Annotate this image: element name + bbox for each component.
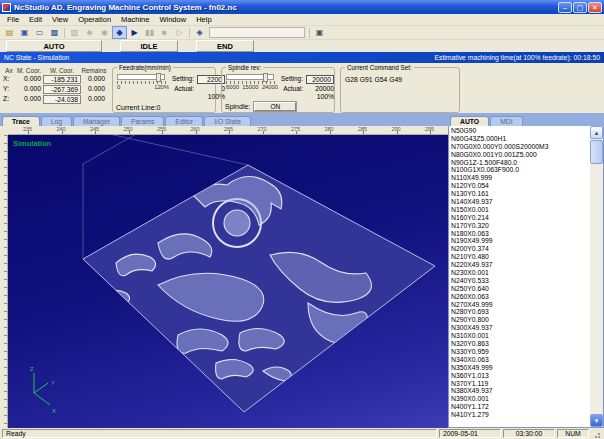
close-button[interactable]: ✕	[588, 2, 602, 13]
gcode-line[interactable]: N360Y1.013	[451, 372, 589, 380]
tab-log[interactable]: Log	[41, 116, 72, 126]
gcode-line[interactable]: N380X49.937	[451, 387, 589, 395]
tab-manager[interactable]: Manager	[73, 116, 120, 126]
nc-state-text: NC State - Simulation	[4, 54, 69, 61]
open-file-icon[interactable]: ▤	[2, 26, 17, 39]
axis-label: Y:	[3, 85, 15, 94]
gcode-line[interactable]: N320Y0.863	[451, 340, 589, 348]
feedrate-slider-thumb[interactable]	[156, 73, 161, 82]
preview-icon[interactable]: ▣	[17, 26, 32, 39]
gcode-line[interactable]: N390X0.001	[451, 395, 589, 403]
scroll-up-button[interactable]: ▲	[590, 126, 603, 139]
menu-item-edit[interactable]: Edit	[24, 15, 47, 24]
goto-breakpoint-icon[interactable]: ◈	[192, 26, 207, 39]
mode-button-idle[interactable]: IDLE	[120, 40, 178, 52]
gcode-line[interactable]: N300X49.937	[451, 324, 589, 332]
status-date: 2009-05-01	[439, 429, 501, 438]
gcode-line[interactable]: N250Y0.640	[451, 285, 589, 293]
cascade-windows-icon[interactable]: ▩	[47, 26, 62, 39]
gcode-line[interactable]: N190X49.999	[451, 237, 589, 245]
tab-auto[interactable]: AUTO	[450, 116, 489, 126]
gcode-line[interactable]: N240Y0.533	[451, 277, 589, 285]
gcode-line[interactable]: N150X0.001	[451, 206, 589, 214]
gcode-line[interactable]: N290Y0.800	[451, 316, 589, 324]
ruler-tick	[129, 131, 130, 134]
menu-item-window[interactable]: Window	[154, 15, 191, 24]
gcode-line[interactable]: N60G43Z5.000H1	[451, 135, 589, 143]
feedrate-scale-min: 0	[117, 84, 120, 90]
tab-mdi[interactable]: MDI	[490, 116, 522, 126]
gcode-line[interactable]: N410Y1.279	[451, 411, 589, 419]
simulation-mode-icon[interactable]: ◆	[112, 26, 127, 39]
spindle-on-button[interactable]: ON	[254, 102, 296, 111]
ruler-tick	[162, 131, 163, 134]
simulation-canvas[interactable]: Simulation	[8, 135, 448, 428]
mode-button-auto[interactable]: AUTO	[6, 40, 102, 52]
feedrate-actual-label: Actual:	[174, 85, 194, 92]
work-coord-value[interactable]: -185.231	[43, 75, 81, 84]
gcode-line[interactable]: N130Y0.161	[451, 190, 589, 198]
menu-item-file[interactable]: File	[2, 15, 24, 24]
gcode-line[interactable]: N160Y0.214	[451, 214, 589, 222]
tile-windows-icon[interactable]: ▭	[32, 26, 47, 39]
gcode-line[interactable]: N310X0.001	[451, 332, 589, 340]
work-coord-value[interactable]: -24.038	[43, 95, 81, 104]
ruler-tick	[62, 131, 63, 134]
machine-coord-value: 0.000	[15, 85, 43, 94]
gcode-line[interactable]: N90G1Z-1.500F480.0	[451, 159, 589, 167]
start-icon[interactable]: ▶	[127, 26, 142, 39]
mode-button-end[interactable]: END	[196, 40, 254, 52]
tab-trace[interactable]: Trace	[2, 116, 40, 126]
gcode-line[interactable]: N370Y1.119	[451, 380, 589, 388]
gcode-line[interactable]: N230X0.001	[451, 269, 589, 277]
spindle-scale-label: 6000	[226, 84, 239, 90]
gcode-line[interactable]: N170Y0.320	[451, 222, 589, 230]
feedrate-panel: Feedrate(mm/min) 0 120% Setting: 2200 Ac…	[112, 67, 216, 113]
gcode-line[interactable]: N400Y1.172	[451, 403, 589, 411]
gcode-line[interactable]: N110X49.999	[451, 174, 589, 182]
line-number-input[interactable]	[209, 27, 305, 38]
gcode-scrollbar[interactable]: ▲ ▼	[590, 126, 603, 427]
gcode-line[interactable]: N330Y0.959	[451, 348, 589, 356]
ruler-tick	[397, 131, 398, 134]
gcode-line[interactable]: N80G0X0.001Y0.001Z5.000	[451, 151, 589, 159]
tab-i-o-state[interactable]: I/O State	[204, 116, 251, 126]
gcode-line[interactable]: N120Y0.054	[451, 182, 589, 190]
gcode-line[interactable]: N210Y0.480	[451, 253, 589, 261]
scroll-down-button[interactable]: ▼	[590, 414, 603, 427]
ruler-tick	[363, 131, 364, 134]
menu-item-view[interactable]: View	[47, 15, 73, 24]
remains-value: 0.000	[81, 95, 107, 104]
spindle-actual-label: Actual:	[283, 85, 303, 92]
menu-item-machine[interactable]: Machine	[116, 15, 154, 24]
gcode-line[interactable]: N140X49.937	[451, 198, 589, 206]
gcode-line[interactable]: N180X0.063	[451, 230, 589, 238]
menu-item-operation[interactable]: Operation	[73, 15, 116, 24]
maximize-button[interactable]: ▢	[573, 2, 587, 13]
work-coord-value[interactable]: -267.369	[43, 85, 81, 94]
gcode-line[interactable]: N200Y0.374	[451, 245, 589, 253]
menu-item-help[interactable]: Help	[191, 15, 216, 24]
spindle-setting-value[interactable]: 20000	[306, 75, 334, 84]
ruler-tick	[430, 131, 431, 134]
gcode-line[interactable]: N70G0X0.000Y0.000S20000M3	[451, 143, 589, 151]
tab-params[interactable]: Params	[121, 116, 164, 126]
gcode-line[interactable]: N260X0.063	[451, 293, 589, 301]
help-topic-icon[interactable]: ▣	[312, 26, 327, 39]
feedrate-slider[interactable]	[117, 74, 165, 80]
gcode-line[interactable]: N270X49.999	[451, 301, 589, 309]
gcode-line[interactable]: N50G90	[451, 127, 589, 135]
remains-value: 0.000	[81, 75, 107, 84]
gcode-line[interactable]: N280Y0.693	[451, 308, 589, 316]
scroll-thumb[interactable]	[590, 140, 603, 164]
gcode-list[interactable]: N50G90N60G43Z5.000H1N70G0X0.000Y0.000S20…	[451, 127, 589, 427]
spindle-slider-thumb[interactable]	[263, 73, 268, 82]
tab-editor[interactable]: Editor	[165, 116, 203, 126]
resize-grip[interactable]	[591, 429, 602, 438]
spindle-slider[interactable]	[226, 74, 274, 80]
gcode-line[interactable]: N350X49.999	[451, 364, 589, 372]
gcode-line[interactable]: N100G1X0.063F900.0	[451, 166, 589, 174]
gcode-line[interactable]: N220X49.937	[451, 261, 589, 269]
gcode-line[interactable]: N340X0.063	[451, 356, 589, 364]
minimize-button[interactable]: –	[558, 2, 572, 13]
